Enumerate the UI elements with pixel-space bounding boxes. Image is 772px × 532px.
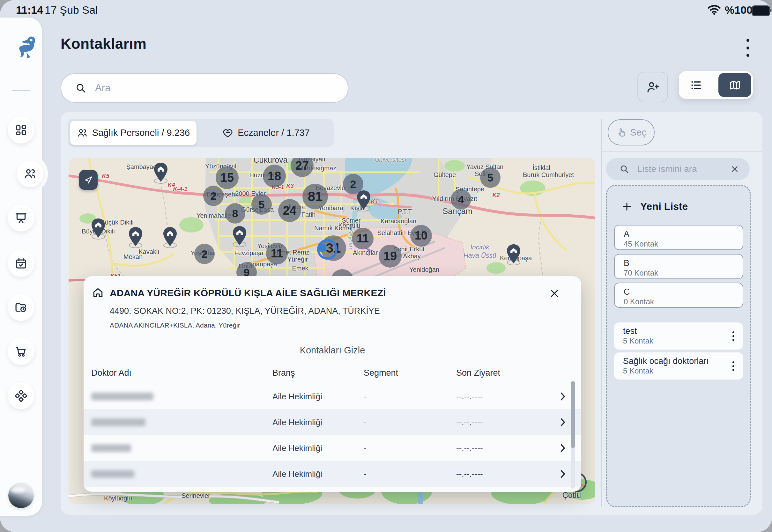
chevron-right-icon[interactable] xyxy=(560,417,566,427)
map-cluster[interactable]: 24 xyxy=(278,199,301,222)
new-list-button[interactable]: Yeni Liste xyxy=(622,201,688,212)
map-cluster[interactable]: 81 xyxy=(302,184,328,209)
user-avatar[interactable] xyxy=(8,483,34,508)
map-label: Çukurova xyxy=(254,158,288,165)
table-scrollbar[interactable] xyxy=(571,381,575,489)
map-cluster[interactable]: 5 xyxy=(251,194,272,215)
facility-pin-buyuk-dikili[interactable] xyxy=(91,218,106,240)
close-icon[interactable] xyxy=(547,286,562,301)
plus-icon xyxy=(622,202,632,212)
column-header: Branş xyxy=(272,368,295,378)
tab-saglik-personeli[interactable]: Sağlık Personeli / 9.236 xyxy=(70,121,197,145)
map-cluster[interactable]: 2 xyxy=(194,244,215,264)
map-label: K1 xyxy=(371,198,378,205)
list-options-icon[interactable] xyxy=(732,361,734,371)
hide-contacts-button[interactable]: Kontakları Gizle xyxy=(84,345,581,356)
list-search-input[interactable]: Liste ismini ara xyxy=(606,158,750,180)
sidebar-divider xyxy=(11,90,30,91)
map-label: İstiklal xyxy=(532,164,550,172)
facility-pin-kavakli[interactable] xyxy=(128,226,143,248)
scrollbar-thumb[interactable] xyxy=(571,381,575,448)
person-add-icon xyxy=(646,80,660,94)
list-card-A[interactable]: A45 Kontak xyxy=(614,225,743,250)
facility-popup: ADANA YÜREĞİR KÖPRÜLÜ KIŞLA AİLE SAĞLIĞI… xyxy=(84,276,581,492)
facility-pin-fevzipasa[interactable] xyxy=(232,225,247,247)
table-header: Doktor AdıBranşSegmentSon Ziyaret xyxy=(84,368,581,380)
map-cluster[interactable]: 19 xyxy=(379,245,402,268)
chevron-right-icon[interactable] xyxy=(560,443,566,453)
facility-pin-kisla[interactable] xyxy=(356,190,371,211)
doctor-name-redacted xyxy=(91,470,134,478)
map-cluster[interactable]: 8 xyxy=(225,203,245,224)
map-label: K3 xyxy=(286,183,293,189)
add-contact-button[interactable] xyxy=(637,72,668,102)
search-icon xyxy=(75,83,86,93)
map-label: K5 xyxy=(102,173,109,180)
cell-son-ziyaret: --.--.---- xyxy=(456,443,483,453)
list-card-test[interactable]: test5 Kontak xyxy=(614,322,743,350)
map-view-button[interactable] xyxy=(718,73,751,97)
cell-brans: Aile Hekimliği xyxy=(272,417,322,427)
table-row[interactable]: Aile Hekimliği---.--.---- xyxy=(84,461,581,487)
map-icon xyxy=(729,79,741,91)
list-count: 5 Kontak xyxy=(623,336,653,345)
cell-brans: Aile Hekimliği xyxy=(272,391,322,401)
list-options-icon[interactable] xyxy=(732,331,734,341)
list-card-B[interactable]: B70 Kontak xyxy=(614,254,743,279)
facility-name: ADANA YÜREĞİR KÖPRÜLÜ KIŞLA AİLE SAĞLIĞI… xyxy=(110,288,386,299)
table-row[interactable]: Aile Hekimliği---.--.---- xyxy=(84,383,581,409)
cell-segment: - xyxy=(364,417,367,427)
clear-search-icon[interactable] xyxy=(717,165,739,173)
map-label: P.T.T xyxy=(398,208,412,215)
facility-pin-yesiloba[interactable] xyxy=(163,226,177,248)
search-input[interactable]: Ara xyxy=(61,73,348,103)
map-label: K2 xyxy=(492,192,500,199)
map-cluster[interactable]: 5 xyxy=(480,167,501,188)
table-row[interactable]: Aile Hekimliği---.--.---- xyxy=(84,409,581,435)
facility-subtitle: ADANA AKINCILAR+KISLA, Adana, Yüreğir xyxy=(110,321,240,329)
map-cluster[interactable]: 11 xyxy=(352,228,374,249)
table-row[interactable]: Aile Hekimliği---.--.---- xyxy=(84,435,581,461)
map-cluster[interactable]: 10 xyxy=(410,225,432,247)
presentation-icon xyxy=(15,212,27,225)
battery-icon xyxy=(752,5,770,16)
list-count: 0 Kontak xyxy=(624,297,654,306)
list-count: 45 Kontak xyxy=(624,240,658,248)
doctor-name-redacted xyxy=(91,444,131,452)
sidebar-item-file-history[interactable] xyxy=(8,294,34,321)
doctor-name-redacted xyxy=(91,418,145,426)
sidebar-item-dashboard[interactable] xyxy=(8,117,34,144)
cell-son-ziyaret: --.--.---- xyxy=(456,391,483,401)
dashboard-icon xyxy=(15,124,27,137)
sidebar-item-apps[interactable] xyxy=(8,382,34,409)
user-location-dot xyxy=(318,244,326,252)
select-mode-button[interactable]: Seç xyxy=(608,119,655,145)
list-card-C[interactable]: C0 Kontak xyxy=(614,283,743,308)
list-card-sağlık-ocağı-doktorları[interactable]: Sağlık ocağı doktorları5 Kontak xyxy=(614,352,743,380)
map-label: Buruk Cumhuriyet xyxy=(523,171,574,179)
facility-pin-sambayadi[interactable] xyxy=(153,162,168,184)
calendar-check-icon xyxy=(15,257,27,270)
home-icon xyxy=(92,286,104,299)
sidebar-item-contacts[interactable] xyxy=(17,160,43,187)
map-cluster[interactable]: 2 xyxy=(203,186,224,206)
sidebar-item-calendar[interactable] xyxy=(8,250,34,277)
sidebar-item-orders[interactable] xyxy=(8,338,34,365)
list-icon xyxy=(690,79,702,92)
select-label: Seç xyxy=(630,127,647,138)
map-cluster[interactable]: 11 xyxy=(266,243,288,264)
locate-me-button[interactable] xyxy=(79,170,98,190)
chevron-right-icon[interactable] xyxy=(560,392,566,401)
sidebar-item-presentation[interactable] xyxy=(8,205,34,232)
view-toggle xyxy=(679,71,753,99)
map-cluster[interactable]: 15 xyxy=(216,166,239,189)
map-cluster[interactable]: 4 xyxy=(451,189,471,210)
chevron-right-icon[interactable] xyxy=(560,469,566,479)
tab-eczaneler[interactable]: Eczaneler / 1.737 xyxy=(199,119,333,147)
facility-pin-kemalpasa[interactable] xyxy=(506,244,521,265)
header-more-menu-icon[interactable] xyxy=(741,38,754,58)
list-view-button[interactable] xyxy=(679,79,713,92)
cart-icon xyxy=(15,345,27,358)
map-cluster[interactable]: 18 xyxy=(263,165,286,188)
list-name: A xyxy=(624,229,629,239)
